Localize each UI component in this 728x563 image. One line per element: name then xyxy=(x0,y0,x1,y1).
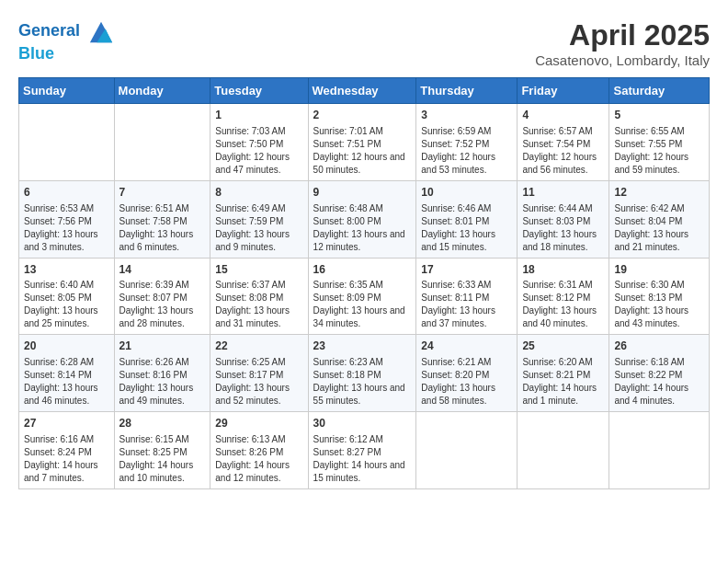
calendar-week-row: 6Sunrise: 6:53 AM Sunset: 7:56 PM Daylig… xyxy=(19,180,710,258)
page-header: General Blue April 2025 Casatenovo, Lomb… xyxy=(18,18,710,68)
day-number: 30 xyxy=(313,416,412,431)
calendar-week-row: 1Sunrise: 7:03 AM Sunset: 7:50 PM Daylig… xyxy=(19,104,710,181)
day-number: 11 xyxy=(522,185,604,201)
day-number: 19 xyxy=(614,262,704,278)
day-info: Sunrise: 6:37 AM Sunset: 8:08 PM Dayligh… xyxy=(215,279,302,330)
day-number: 18 xyxy=(522,262,604,278)
calendar-cell: 20Sunrise: 6:28 AM Sunset: 8:14 PM Dayli… xyxy=(19,335,115,412)
weekday-header: Wednesday xyxy=(308,78,416,104)
day-number: 6 xyxy=(24,185,109,201)
day-number: 24 xyxy=(421,339,512,354)
weekday-header: Friday xyxy=(518,78,609,104)
calendar-cell: 14Sunrise: 6:39 AM Sunset: 8:07 PM Dayli… xyxy=(114,258,210,335)
calendar-cell: 17Sunrise: 6:33 AM Sunset: 8:11 PM Dayli… xyxy=(416,258,518,335)
calendar-cell: 21Sunrise: 6:26 AM Sunset: 8:16 PM Dayli… xyxy=(114,335,210,412)
day-info: Sunrise: 6:15 AM Sunset: 8:25 PM Dayligh… xyxy=(119,433,206,485)
day-info: Sunrise: 7:01 AM Sunset: 7:51 PM Dayligh… xyxy=(313,125,412,177)
weekday-header: Monday xyxy=(114,78,210,104)
calendar-cell: 29Sunrise: 6:13 AM Sunset: 8:26 PM Dayli… xyxy=(210,412,308,489)
day-info: Sunrise: 6:51 AM Sunset: 7:58 PM Dayligh… xyxy=(119,202,206,254)
weekday-header: Tuesday xyxy=(210,78,308,104)
day-info: Sunrise: 6:55 AM Sunset: 7:55 PM Dayligh… xyxy=(614,125,704,177)
calendar-cell: 18Sunrise: 6:31 AM Sunset: 8:12 PM Dayli… xyxy=(518,258,609,335)
day-info: Sunrise: 6:26 AM Sunset: 8:16 PM Dayligh… xyxy=(119,356,206,408)
day-info: Sunrise: 6:40 AM Sunset: 8:05 PM Dayligh… xyxy=(24,279,109,330)
day-number: 3 xyxy=(421,108,512,123)
title-block: April 2025 Casatenovo, Lombardy, Italy xyxy=(535,18,710,68)
day-number: 29 xyxy=(215,416,302,431)
weekday-header-row: SundayMondayTuesdayWednesdayThursdayFrid… xyxy=(19,78,710,104)
day-number: 9 xyxy=(313,185,412,201)
calendar-cell: 23Sunrise: 6:23 AM Sunset: 8:18 PM Dayli… xyxy=(308,335,416,412)
calendar-cell: 24Sunrise: 6:21 AM Sunset: 8:20 PM Dayli… xyxy=(416,335,518,412)
day-info: Sunrise: 6:42 AM Sunset: 8:04 PM Dayligh… xyxy=(614,202,704,254)
day-info: Sunrise: 6:39 AM Sunset: 8:07 PM Dayligh… xyxy=(119,279,206,330)
day-info: Sunrise: 6:49 AM Sunset: 7:59 PM Dayligh… xyxy=(215,202,302,254)
day-number: 4 xyxy=(522,108,604,123)
day-info: Sunrise: 6:35 AM Sunset: 8:09 PM Dayligh… xyxy=(313,279,412,330)
calendar-cell: 7Sunrise: 6:51 AM Sunset: 7:58 PM Daylig… xyxy=(114,180,210,258)
day-number: 25 xyxy=(522,339,604,354)
day-number: 21 xyxy=(119,339,206,354)
day-number: 20 xyxy=(24,339,109,354)
weekday-header: Sunday xyxy=(19,78,115,104)
day-number: 13 xyxy=(24,262,109,278)
day-number: 10 xyxy=(421,185,512,201)
logo-icon xyxy=(88,18,114,44)
calendar-cell: 16Sunrise: 6:35 AM Sunset: 8:09 PM Dayli… xyxy=(308,258,416,335)
weekday-header: Thursday xyxy=(416,78,518,104)
day-number: 16 xyxy=(313,262,412,278)
day-info: Sunrise: 6:18 AM Sunset: 8:22 PM Dayligh… xyxy=(614,356,704,408)
day-info: Sunrise: 6:46 AM Sunset: 8:01 PM Dayligh… xyxy=(421,202,512,254)
calendar-cell: 4Sunrise: 6:57 AM Sunset: 7:54 PM Daylig… xyxy=(518,104,609,181)
day-number: 26 xyxy=(614,339,704,354)
day-number: 8 xyxy=(215,185,302,201)
day-info: Sunrise: 7:03 AM Sunset: 7:50 PM Dayligh… xyxy=(215,125,302,177)
day-info: Sunrise: 6:44 AM Sunset: 8:03 PM Dayligh… xyxy=(522,202,604,254)
calendar-cell xyxy=(416,412,518,489)
calendar-cell: 3Sunrise: 6:59 AM Sunset: 7:52 PM Daylig… xyxy=(416,104,518,181)
calendar-week-row: 20Sunrise: 6:28 AM Sunset: 8:14 PM Dayli… xyxy=(19,335,710,412)
day-number: 15 xyxy=(215,262,302,278)
day-number: 1 xyxy=(215,108,302,123)
weekday-header: Saturday xyxy=(609,78,710,104)
calendar-cell: 27Sunrise: 6:16 AM Sunset: 8:24 PM Dayli… xyxy=(19,412,115,489)
day-number: 27 xyxy=(24,416,109,431)
calendar-cell xyxy=(114,104,210,181)
calendar-cell: 2Sunrise: 7:01 AM Sunset: 7:51 PM Daylig… xyxy=(308,104,416,181)
day-number: 2 xyxy=(313,108,412,123)
calendar-cell: 1Sunrise: 7:03 AM Sunset: 7:50 PM Daylig… xyxy=(210,104,308,181)
calendar-cell: 11Sunrise: 6:44 AM Sunset: 8:03 PM Dayli… xyxy=(518,180,609,258)
day-info: Sunrise: 6:30 AM Sunset: 8:13 PM Dayligh… xyxy=(614,279,704,330)
day-number: 28 xyxy=(119,416,206,431)
day-info: Sunrise: 6:59 AM Sunset: 7:52 PM Dayligh… xyxy=(421,125,512,177)
calendar-week-row: 13Sunrise: 6:40 AM Sunset: 8:05 PM Dayli… xyxy=(19,258,710,335)
day-info: Sunrise: 6:48 AM Sunset: 8:00 PM Dayligh… xyxy=(313,202,412,254)
day-number: 5 xyxy=(614,108,704,123)
day-info: Sunrise: 6:57 AM Sunset: 7:54 PM Dayligh… xyxy=(522,125,604,177)
calendar-cell: 10Sunrise: 6:46 AM Sunset: 8:01 PM Dayli… xyxy=(416,180,518,258)
calendar-cell: 8Sunrise: 6:49 AM Sunset: 7:59 PM Daylig… xyxy=(210,180,308,258)
month-title: April 2025 xyxy=(535,18,710,52)
calendar-cell: 6Sunrise: 6:53 AM Sunset: 7:56 PM Daylig… xyxy=(19,180,115,258)
calendar-cell xyxy=(19,104,115,181)
calendar-week-row: 27Sunrise: 6:16 AM Sunset: 8:24 PM Dayli… xyxy=(19,412,710,489)
calendar-cell: 22Sunrise: 6:25 AM Sunset: 8:17 PM Dayli… xyxy=(210,335,308,412)
calendar-cell: 5Sunrise: 6:55 AM Sunset: 7:55 PM Daylig… xyxy=(609,104,710,181)
day-number: 14 xyxy=(119,262,206,278)
day-number: 12 xyxy=(614,185,704,201)
calendar-cell: 12Sunrise: 6:42 AM Sunset: 8:04 PM Dayli… xyxy=(609,180,710,258)
logo: General Blue xyxy=(18,18,114,64)
calendar-cell xyxy=(609,412,710,489)
day-info: Sunrise: 6:20 AM Sunset: 8:21 PM Dayligh… xyxy=(522,356,604,408)
calendar-cell: 13Sunrise: 6:40 AM Sunset: 8:05 PM Dayli… xyxy=(19,258,115,335)
day-info: Sunrise: 6:28 AM Sunset: 8:14 PM Dayligh… xyxy=(24,356,109,408)
day-info: Sunrise: 6:16 AM Sunset: 8:24 PM Dayligh… xyxy=(24,433,109,485)
day-number: 17 xyxy=(421,262,512,278)
calendar-cell: 28Sunrise: 6:15 AM Sunset: 8:25 PM Dayli… xyxy=(114,412,210,489)
logo-general: General xyxy=(18,21,80,40)
day-info: Sunrise: 6:25 AM Sunset: 8:17 PM Dayligh… xyxy=(215,356,302,408)
day-number: 23 xyxy=(313,339,412,354)
calendar-cell xyxy=(518,412,609,489)
calendar-table: SundayMondayTuesdayWednesdayThursdayFrid… xyxy=(18,77,710,489)
